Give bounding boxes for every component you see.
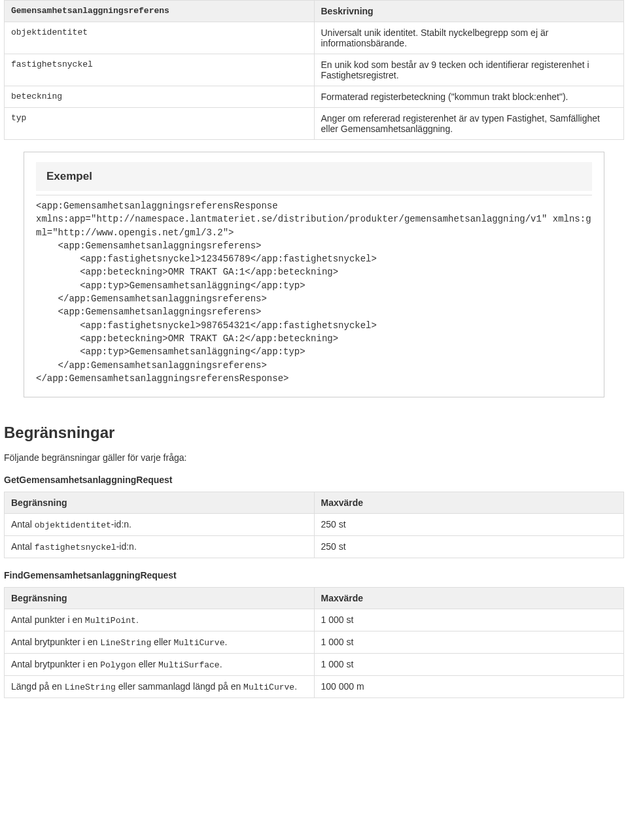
limitations-table-2: Begränsning Maxvärde Antal punkter i en …	[4, 587, 624, 698]
request2-title: FindGemensamhetsanlaggningRequest	[4, 570, 624, 580]
limitations-heading: Begränsningar	[4, 424, 624, 442]
table-row: Längd på en LineString eller sammanlagd …	[5, 676, 624, 698]
table-row: Antal objektidentitet-id:n. 250 st	[5, 514, 624, 536]
limit-constraint: Längd på en LineString eller sammanlagd …	[5, 676, 315, 698]
table-row: typ Anger om refererad registerenhet är …	[5, 108, 624, 140]
request1-title: GetGemensamhetsanlaggningRequest	[4, 475, 624, 485]
limit-max: 100 000 m	[314, 676, 624, 698]
ref-desc: Universalt unik identitet. Stabilt nycke…	[314, 22, 624, 54]
limitations-table-1: Begränsning Maxvärde Antal objektidentit…	[4, 492, 624, 558]
limit-constraint: Antal brytpunkter i en Polygon eller Mul…	[5, 654, 315, 676]
table-row: Antal brytpunkter i en LineString eller …	[5, 631, 624, 654]
reference-table: Gemensamhetsanlaggningsreferens Beskrivn…	[4, 0, 624, 140]
limit-header-constraint: Begränsning	[5, 588, 315, 609]
limit-constraint: Antal objektidentitet-id:n.	[5, 514, 315, 536]
ref-name: typ	[5, 108, 315, 140]
example-code: <app:GemensamhetsanlaggningsreferensResp…	[36, 195, 592, 385]
table-row: Antal fastighetsnyckel-id:n. 250 st	[5, 536, 624, 558]
example-title: Exempel	[36, 162, 592, 191]
ref-desc: En unik kod som består av 9 tecken och i…	[314, 54, 624, 86]
limitations-intro: Följande begränsningar gäller för varje …	[4, 452, 624, 463]
limit-max: 250 st	[314, 514, 624, 536]
table-row: Antal punkter i en MultiPoint. 1 000 st	[5, 609, 624, 631]
table-row: Antal brytpunkter i en Polygon eller Mul…	[5, 654, 624, 676]
limit-constraint: Antal brytpunkter i en LineString eller …	[5, 631, 315, 654]
limit-header-constraint: Begränsning	[5, 492, 315, 514]
table-header-desc: Beskrivning	[314, 1, 624, 22]
table-header-ref: Gemensamhetsanlaggningsreferens	[5, 1, 315, 22]
ref-name: beteckning	[5, 86, 315, 108]
ref-name: objektidentitet	[5, 22, 315, 54]
ref-name: fastighetsnyckel	[5, 54, 315, 86]
table-row: fastighetsnyckel En unik kod som består …	[5, 54, 624, 86]
table-row: objektidentitet Universalt unik identite…	[5, 22, 624, 54]
limit-header-max: Maxvärde	[314, 492, 624, 514]
limit-constraint: Antal fastighetsnyckel-id:n.	[5, 536, 315, 558]
ref-desc: Formaterad registerbeteckning ("kommun t…	[314, 86, 624, 108]
limit-max: 1 000 st	[314, 631, 624, 654]
limit-max: 250 st	[314, 536, 624, 558]
limit-max: 1 000 st	[314, 609, 624, 631]
ref-desc: Anger om refererad registerenhet är av t…	[314, 108, 624, 140]
example-box: Exempel <app:Gemensamhetsanlaggningsrefe…	[24, 152, 604, 397]
limit-constraint: Antal punkter i en MultiPoint.	[5, 609, 315, 631]
limit-max: 1 000 st	[314, 654, 624, 676]
limit-header-max: Maxvärde	[314, 588, 624, 609]
table-row: beteckning Formaterad registerbeteckning…	[5, 86, 624, 108]
